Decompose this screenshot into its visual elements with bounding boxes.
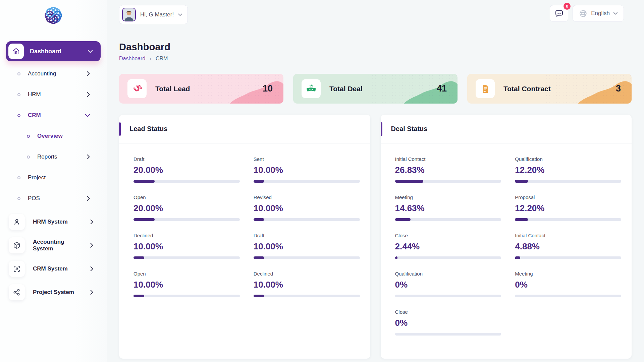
progress-fill xyxy=(395,218,411,221)
metric-value: 10.00% xyxy=(133,241,240,252)
metric-label: Open xyxy=(133,194,240,200)
chevron-right-icon xyxy=(90,220,93,224)
sidebar-item-accounting[interactable]: Accounting xyxy=(0,63,107,84)
total-lead-card[interactable]: Total Lead 10 xyxy=(119,74,283,104)
bullet-icon xyxy=(17,176,20,179)
app-logo[interactable] xyxy=(42,4,65,27)
stats-row: Total Lead 10 Total xyxy=(119,74,632,104)
progress-fill xyxy=(515,180,528,183)
chevron-down-icon xyxy=(88,50,93,53)
progress-track xyxy=(133,180,240,183)
metric-draft-2: Draft 10.00% xyxy=(254,233,360,259)
progress-fill xyxy=(133,218,155,221)
metric-label: Meeting xyxy=(515,271,621,277)
progress-track xyxy=(515,180,621,183)
breadcrumb-link-dashboard[interactable]: Dashboard xyxy=(119,56,145,62)
panel-title: Deal Status xyxy=(391,125,428,133)
stat-label: Total Lead xyxy=(155,85,254,93)
metric-open-2: Open 10.00% xyxy=(133,271,240,297)
sidebar-item-hrm[interactable]: HRM xyxy=(0,84,107,105)
metric-declined-2: Declined 10.00% xyxy=(254,271,360,297)
breadcrumb-separator: › xyxy=(150,56,151,61)
sidebar-item-reports[interactable]: Reports xyxy=(0,146,107,167)
screen-frame-icon xyxy=(9,261,25,277)
metric-value: 10.00% xyxy=(254,280,360,290)
home-icon xyxy=(8,44,24,59)
chevron-right-icon xyxy=(90,243,93,248)
sidebar-systems: HRM System Accounting System xyxy=(0,210,107,304)
chevron-right-icon xyxy=(87,71,90,76)
chevron-right-icon xyxy=(90,290,93,295)
sidebar-item-pos[interactable]: POS xyxy=(0,188,107,209)
sidebar-item-dashboard[interactable]: Dashboard xyxy=(6,41,101,61)
metric-value: 20.00% xyxy=(133,165,240,175)
sidebar-item-project-system[interactable]: Project System xyxy=(0,281,107,304)
metric-declined: Declined 10.00% xyxy=(133,233,240,259)
magnet-icon xyxy=(127,79,147,98)
contract-icon xyxy=(476,79,495,98)
chevron-right-icon xyxy=(87,155,90,159)
progress-fill xyxy=(133,256,144,259)
metric-qualification-2: Qualification 0% xyxy=(395,271,501,297)
chevron-down-icon xyxy=(85,114,90,117)
bullet-icon xyxy=(17,114,20,117)
panel-header: Deal Status xyxy=(381,115,632,143)
metric-label: Initial Contact xyxy=(515,233,621,238)
metric-value: 20.00% xyxy=(133,203,240,214)
sidebar-item-label: Reports xyxy=(37,154,79,160)
sidebar-item-crm-system[interactable]: CRM System xyxy=(0,257,107,281)
progress-track xyxy=(133,295,240,297)
metric-value: 4.88% xyxy=(515,241,621,252)
progress-track xyxy=(254,256,360,259)
metric-proposal: Proposal 12.20% xyxy=(515,194,621,221)
sidebar-item-overview[interactable]: Overview xyxy=(0,126,107,146)
metric-value: 12.20% xyxy=(515,165,621,175)
deal-status-metrics: Initial Contact 26.83% Qualification 12.… xyxy=(381,143,632,336)
notification-badge: 0 xyxy=(564,3,571,10)
progress-fill xyxy=(254,180,264,183)
cube-icon xyxy=(9,237,25,253)
sidebar-item-label: Project xyxy=(28,174,90,181)
metric-meeting: Meeting 14.63% xyxy=(395,194,501,221)
total-contract-card[interactable]: Total Contract 3 xyxy=(467,74,632,104)
breadcrumb-current: CRM xyxy=(156,56,168,62)
user-menu-button[interactable]: Hi, G Master! xyxy=(119,5,188,24)
metric-value: 12.20% xyxy=(515,203,621,214)
stat-value: 3 xyxy=(616,83,621,94)
progress-fill xyxy=(515,218,528,221)
breadcrumb: Dashboard › CRM xyxy=(119,56,632,62)
main-content: Hi, G Master! 0 English xyxy=(107,0,644,362)
sidebar-item-accounting-system[interactable]: Accounting System xyxy=(0,234,107,257)
metric-label: Close xyxy=(395,309,501,315)
sidebar-item-project[interactable]: Project xyxy=(0,167,107,188)
notifications-button[interactable]: 0 xyxy=(550,5,568,22)
metric-revised: Revised 10.00% xyxy=(254,194,360,221)
metric-value: 0% xyxy=(395,318,501,328)
metric-qualification: Qualification 12.20% xyxy=(515,156,621,183)
progress-fill xyxy=(254,256,264,259)
metric-initial-contact: Initial Contact 26.83% xyxy=(395,156,501,183)
sidebar-item-hrm-system[interactable]: HRM System xyxy=(0,210,107,234)
progress-fill xyxy=(395,180,424,183)
avatar xyxy=(122,8,136,21)
metric-label: Initial Contact xyxy=(395,156,501,162)
metric-sent: Sent 10.00% xyxy=(254,156,360,183)
sidebar-item-crm[interactable]: CRM xyxy=(0,105,107,126)
metric-value: 26.83% xyxy=(395,165,501,175)
metric-label: Qualification xyxy=(515,156,621,162)
metric-value: 10.00% xyxy=(133,280,240,290)
chevron-right-icon xyxy=(90,266,93,271)
metric-value: 10.00% xyxy=(254,203,360,214)
total-deal-card[interactable]: Total Deal 41 xyxy=(293,74,458,104)
bullet-icon xyxy=(17,72,20,75)
share-icon xyxy=(9,284,25,300)
progress-track xyxy=(515,256,621,259)
bullet-icon xyxy=(27,156,30,159)
handshake-icon xyxy=(302,79,321,98)
language-selector[interactable]: English xyxy=(573,5,624,22)
sidebar-item-label: HRM System xyxy=(33,219,82,225)
sidebar-item-label: Accounting xyxy=(28,70,79,77)
metric-label: Draft xyxy=(133,156,240,162)
sidebar: Dashboard Accounting HRM CRM Overview xyxy=(0,0,107,362)
metric-open: Open 20.00% xyxy=(133,194,240,221)
